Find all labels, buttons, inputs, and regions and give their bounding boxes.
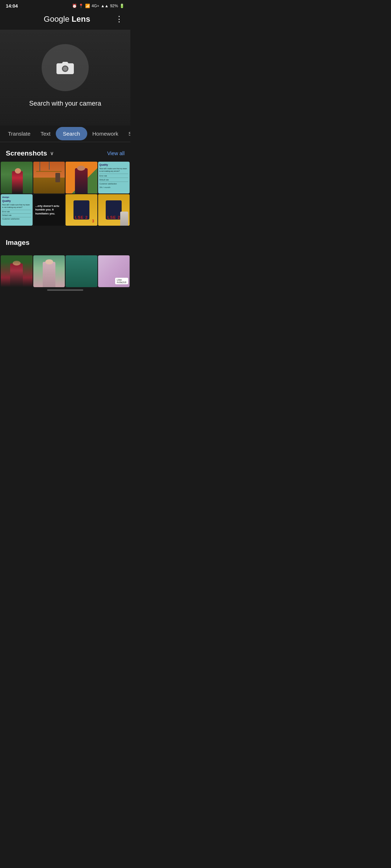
images-header: Images: [0, 231, 130, 251]
screenshot-thumb-3[interactable]: [66, 162, 97, 193]
bottom-nav-indicator: [47, 289, 83, 291]
battery-icon: 🔋: [119, 4, 125, 8]
chevron-down-icon[interactable]: ∨: [50, 150, 54, 156]
screenshot-thumb-5[interactable]: design Quality How will I make sure that…: [1, 194, 33, 226]
images-grid: Lilac #c8a2c8: [0, 255, 130, 287]
bottom-bar: [0, 287, 130, 294]
mode-tabs: Translate Text Search Homework Shopping: [0, 125, 130, 142]
status-bar: 14:04 ⏰ 📍 📶 4G+ ▲▲ 92% 🔋: [0, 0, 130, 10]
tab-translate[interactable]: Translate: [3, 125, 35, 142]
image-thumb-4[interactable]: Lilac #c8a2c8: [98, 255, 130, 287]
title-regular: Google: [44, 14, 72, 24]
alarm-icon: ⏰: [72, 4, 77, 8]
screenshots-title: Screenshots ∨: [6, 149, 54, 157]
menu-button[interactable]: ⋮: [115, 15, 123, 23]
tab-text[interactable]: Text: [35, 125, 56, 142]
network-type: 4G+: [92, 4, 99, 8]
signal-icon: ▲▲: [101, 4, 109, 8]
image-thumb-2[interactable]: [33, 255, 65, 287]
app-header: Google Lens ⋮: [0, 10, 130, 30]
tab-search[interactable]: Search: [56, 127, 88, 140]
app-title: Google Lens: [19, 14, 115, 24]
screenshot-thumb-1[interactable]: [1, 162, 33, 193]
screenshot-thumb-2[interactable]: [33, 162, 65, 193]
image-thumb-3[interactable]: [66, 255, 97, 287]
images-title: Images: [6, 239, 29, 247]
view-all-button[interactable]: View all: [107, 150, 125, 156]
screenshots-grid: Quality How will I make sure that my tea…: [0, 162, 130, 226]
battery-level: 92%: [110, 4, 118, 8]
camera-button[interactable]: [42, 44, 89, 91]
screenshot-thumb-7[interactable]: LSE 2 3: [66, 194, 97, 226]
screenshot-thumb-8[interactable]: LSE 2 3: [98, 194, 130, 226]
screenshot-thumb-4[interactable]: Quality How will I make sure that my tea…: [98, 162, 130, 193]
status-time: 14:04: [6, 3, 18, 9]
status-icons: ⏰ 📍 📶 4G+ ▲▲ 92% 🔋: [72, 4, 125, 8]
location-icon: 📍: [79, 4, 84, 8]
screenshots-header: Screenshots ∨ View all: [0, 142, 130, 162]
title-bold: Lens: [72, 14, 90, 24]
lse-text-2: LSE 2: [107, 215, 120, 220]
camera-label: Search with your camera: [29, 100, 101, 107]
camera-area[interactable]: Search with your camera: [0, 30, 130, 125]
color-label: Lilac #c8a2c8: [115, 278, 128, 284]
screenshot-thumb-6[interactable]: ...erty doesn't actu humble you. It humi…: [33, 194, 65, 226]
wifi-icon: 📶: [85, 4, 90, 8]
image-thumb-1[interactable]: [1, 255, 33, 287]
tab-homework[interactable]: Homework: [87, 125, 123, 142]
svg-point-1: [63, 67, 67, 71]
lse-text: LSE 2: [75, 215, 88, 220]
images-section: Images Lilac #c8a2c8: [0, 226, 130, 287]
tab-shopping[interactable]: Shopping: [123, 125, 130, 142]
camera-icon: [56, 60, 75, 76]
screenshots-section: Screenshots ∨ View all: [0, 142, 130, 226]
